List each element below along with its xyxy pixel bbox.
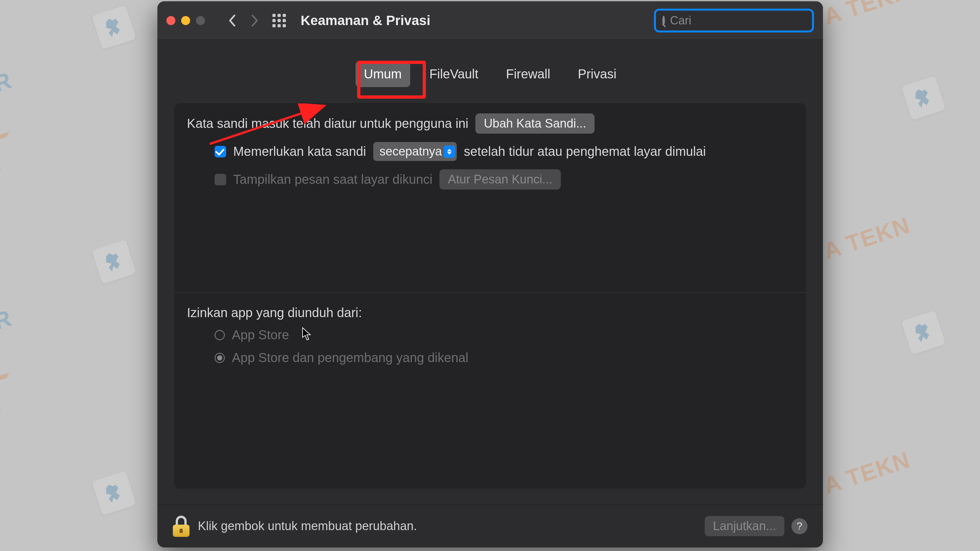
login-password-row: Kata sandi masuk telah diatur untuk peng…: [187, 113, 793, 134]
lock-message-row: Tampilkan pesan saat layar dikunci Atur …: [187, 169, 793, 190]
search-field[interactable]: [654, 9, 814, 32]
forward-button: [247, 13, 263, 29]
minimize-button[interactable]: [181, 16, 190, 25]
lock-icon[interactable]: [173, 516, 189, 537]
show-all-icon[interactable]: [272, 14, 286, 27]
require-password-row: Memerlukan kata sandi secepatnya setelah…: [187, 142, 793, 161]
titlebar: Keamanan & Privasi: [158, 1, 823, 40]
require-password-checkbox[interactable]: [215, 146, 226, 158]
password-delay-select[interactable]: secepatnya: [373, 142, 457, 161]
search-icon: [662, 16, 665, 25]
tab-privasi[interactable]: Privasi: [570, 61, 625, 87]
tab-umum[interactable]: Umum: [356, 61, 410, 87]
radio-app-store-dev: [215, 353, 225, 363]
change-password-button[interactable]: Ubah Kata Sandi...: [476, 113, 595, 134]
allow-apps-label: Izinkan app yang diunduh dari:: [187, 306, 793, 320]
radio-app-store-row: App Store: [187, 328, 793, 342]
general-panel: Kata sandi masuk telah diatur untuk peng…: [174, 103, 806, 489]
select-arrows-icon: [444, 145, 455, 158]
lock-message-label: Tampilkan pesan saat layar dikunci: [233, 172, 432, 187]
close-button[interactable]: [166, 16, 175, 25]
help-button[interactable]: ?: [791, 518, 808, 534]
require-password-label: Memerlukan kata sandi: [233, 144, 366, 159]
maximize-button: [196, 16, 205, 25]
lock-text: Klik gembok untuk membuat perubahan.: [198, 519, 417, 533]
tab-filevault[interactable]: FileVault: [421, 61, 487, 87]
radio-app-store-label: App Store: [232, 328, 289, 342]
preferences-window: Keamanan & Privasi Umum FileVault Firewa…: [158, 1, 823, 548]
window-title: Keamanan & Privasi: [301, 13, 430, 28]
set-lock-message-button: Atur Pesan Kunci...: [439, 169, 560, 190]
footer: Klik gembok untuk membuat perubahan. Lan…: [158, 505, 823, 548]
login-password-label: Kata sandi masuk telah diatur untuk peng…: [187, 116, 468, 131]
content-area: Umum FileVault Firewall Privasi Kata san…: [158, 40, 823, 489]
advanced-button[interactable]: Lanjutkan...: [705, 516, 784, 536]
lock-message-checkbox: [215, 174, 226, 185]
password-delay-value: secepatnya: [380, 145, 442, 158]
traffic-lights: [166, 16, 218, 25]
radio-app-store-dev-label: App Store dan pengembang yang dikenal: [232, 350, 468, 365]
back-button[interactable]: [224, 13, 240, 29]
divider: [174, 292, 806, 293]
after-sleep-label: setelah tidur atau penghemat layar dimul…: [464, 144, 706, 159]
tabs: Umum FileVault Firewall Privasi: [174, 61, 806, 87]
search-input[interactable]: [670, 14, 814, 27]
tab-firewall[interactable]: Firewall: [498, 61, 558, 87]
radio-app-store-dev-row: App Store dan pengembang yang dikenal: [187, 350, 793, 365]
radio-app-store: [215, 330, 225, 340]
